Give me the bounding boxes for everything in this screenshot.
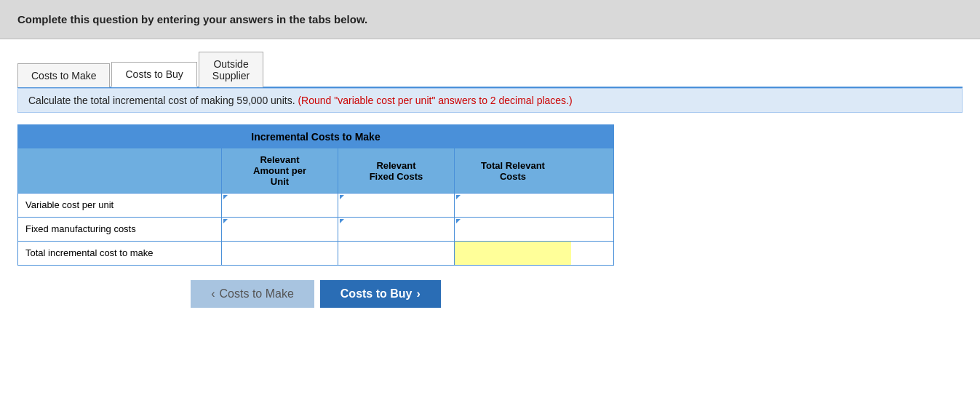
tab-bar: Costs to Make Costs to Buy OutsideSuppli… [17, 51, 963, 88]
total-incremental-amount-per-unit-cell [222, 242, 338, 265]
fixed-mfg-amount-per-unit-input[interactable] [222, 218, 338, 241]
col-header-total-relevant: Total RelevantCosts [455, 148, 571, 193]
row-label-total-incremental: Total incremental cost to make [18, 242, 222, 265]
header-text: Complete this question by entering your … [17, 13, 367, 25]
table-title: Incremental Costs to Make [18, 125, 613, 148]
prev-arrow: ‹ [211, 287, 215, 300]
variable-cost-total-relevant-cell [455, 194, 571, 217]
next-button[interactable]: Costs to Buy › [320, 280, 441, 308]
table-row: Fixed manufacturing costs [18, 218, 613, 242]
incremental-costs-table: Incremental Costs to Make RelevantAmount… [17, 124, 614, 266]
instruction-bar: Calculate the total incremental cost of … [17, 88, 963, 113]
total-incremental-total-relevant-input[interactable] [455, 242, 571, 265]
variable-cost-fixed-costs-input[interactable] [338, 194, 454, 217]
row-label-variable-cost: Variable cost per unit [18, 194, 222, 217]
fixed-mfg-total-relevant-input[interactable] [455, 218, 571, 241]
total-incremental-fixed-costs-input[interactable] [338, 242, 454, 265]
row-label-fixed-manufacturing: Fixed manufacturing costs [18, 218, 222, 241]
fixed-mfg-amount-per-unit-cell [222, 218, 338, 241]
variable-cost-fixed-costs-cell [338, 194, 455, 217]
fixed-mfg-total-relevant-cell [455, 218, 571, 241]
prev-label: Costs to Make [220, 287, 294, 300]
total-incremental-amount-per-unit-input[interactable] [222, 242, 338, 265]
next-arrow: › [416, 287, 420, 300]
instruction-highlight: (Round "variable cost per unit" answers … [298, 95, 572, 106]
tab-costs-to-make[interactable]: Costs to Make [17, 63, 110, 87]
table-column-headers: RelevantAmount perUnit RelevantFixed Cos… [18, 148, 613, 194]
fixed-mfg-fixed-costs-input[interactable] [338, 218, 454, 241]
table-row: Variable cost per unit [18, 194, 613, 218]
tab-outside-supplier[interactable]: OutsideSupplier [199, 52, 263, 87]
col-header-fixed-costs: RelevantFixed Costs [338, 148, 455, 193]
variable-cost-amount-per-unit-cell [222, 194, 338, 217]
main-content: Costs to Make Costs to Buy OutsideSuppli… [0, 39, 980, 319]
prev-button[interactable]: ‹ Costs to Make [191, 280, 314, 308]
fixed-mfg-fixed-costs-cell [338, 218, 455, 241]
next-label: Costs to Buy [340, 287, 413, 300]
instruction-main: Calculate the total incremental cost of … [28, 95, 295, 106]
header-banner: Complete this question by entering your … [0, 0, 980, 39]
variable-cost-amount-per-unit-input[interactable] [222, 194, 338, 217]
table-row: Total incremental cost to make [18, 242, 613, 265]
col-header-amount-per-unit: RelevantAmount perUnit [222, 148, 338, 193]
total-incremental-fixed-costs-cell [338, 242, 455, 265]
nav-buttons: ‹ Costs to Make Costs to Buy › [17, 280, 614, 308]
variable-cost-total-relevant-input[interactable] [455, 194, 571, 217]
total-incremental-total-relevant-cell [455, 242, 571, 265]
tab-costs-to-buy[interactable]: Costs to Buy [111, 62, 196, 87]
col-header-empty [18, 148, 222, 193]
